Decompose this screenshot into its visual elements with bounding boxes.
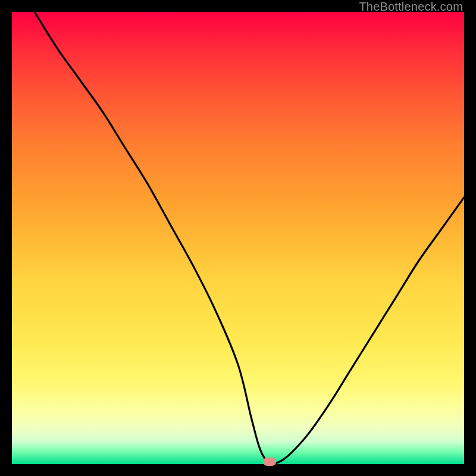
chart-container: TheBottleneck.com <box>0 0 476 476</box>
optimal-point-marker <box>263 458 276 466</box>
bottleneck-curve-path <box>35 12 464 463</box>
plot-area <box>12 12 464 464</box>
curve-svg <box>12 12 464 464</box>
